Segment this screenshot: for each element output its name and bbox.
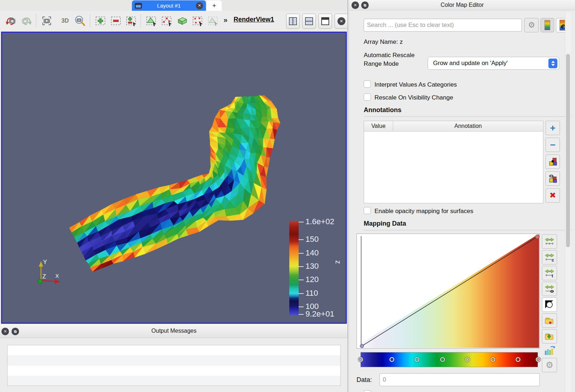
render-view[interactable]: 1.6e+021501401301201101009.2e+01 z Y Z X [1,32,347,324]
color-map-editor-panel: ✕ ⧉ Color Map Editor ⚙ e Array Name: z A… [349,0,575,392]
close-panel-icon[interactable]: ✕ [351,1,359,9]
scalar-bar-tick [299,266,304,267]
scalar-bar-tick-label: 130 [305,262,319,271]
cme-header: ✕ ⧉ Color Map Editor [349,0,575,10]
interpret-categories-checkbox[interactable] [364,80,371,88]
histogram-button[interactable] [543,344,558,357]
camera-toolbar: 3D » RenderView1 [0,11,348,32]
panel-scrollbar-thumb[interactable] [566,54,570,247]
annotations-section-title: Annotations [364,106,401,114]
color-control-point[interactable] [358,357,363,362]
advanced-options-gear-icon[interactable]: ⚙ [542,358,557,372]
data-field-label: Data: [356,376,372,384]
scalar-bar-tick-label: 140 [305,248,319,258]
add-visible-annotations-icon[interactable] [546,171,560,186]
tab-close-icon[interactable]: ✕ [196,2,203,9]
select-frustum-points-button[interactable] [191,14,204,28]
rescale-mode-value: Grow and update on 'Apply' [433,60,508,67]
subtract-selection-button[interactable] [110,14,123,28]
search-input[interactable] [364,19,522,32]
svg-text:c: c [552,258,554,262]
rescale-mode-label: Automatic Rescale Range Mode [364,51,418,68]
scalar-bar-gradient [289,221,299,315]
render-view-title[interactable]: RenderView1 [234,16,274,23]
rescale-visibility-checkbox[interactable] [364,93,371,101]
paraview-window: Layout #1 ✕ + 3D [0,0,575,392]
invert-transfer-function-button[interactable] [542,298,557,312]
capture-screenshot-button[interactable] [40,14,53,28]
toolbar-separator [36,14,37,27]
scalar-bar: 1.6e+021501401301201101009.2e+01 [286,220,346,322]
color-control-point[interactable] [440,357,445,362]
rescale-to-custom-range-button[interactable]: c [542,250,557,264]
scalar-bar-tick [299,314,304,315]
toolbar-overflow-icon[interactable]: » [224,16,227,24]
color-control-point[interactable] [390,357,394,362]
rescale-to-data-range-button[interactable] [542,234,557,249]
opacity-mapping-checkbox[interactable] [364,207,371,214]
save-preset-button[interactable] [542,329,557,343]
scalar-bar-tick [299,222,304,222]
interactive-select-cells-button[interactable] [207,14,220,28]
scalar-bar-tick-label: 1.6e+02 [305,217,334,226]
color-map-strip[interactable] [360,352,538,367]
select-cells-on-button[interactable] [145,14,158,28]
section-rule [364,116,572,117]
section-rule [364,230,572,230]
toolbar-separator [141,14,141,27]
tab-layout-1[interactable]: Layout #1 ✕ [132,0,206,11]
remove-all-annotations-button[interactable]: ✖ [546,188,560,203]
maximize-view-button[interactable] [318,14,332,29]
scalar-bar-tick [299,306,304,307]
new-layout-tab-button[interactable]: + [207,0,222,11]
svg-text:t: t [552,273,553,278]
color-control-point[interactable] [536,357,540,362]
annotations-table[interactable]: Value Annotation [364,121,543,203]
tab-layout-1-label: Layout #1 [142,3,196,9]
rescale-visibility-label: Rescale On Visibility Change [374,94,453,101]
scalar-bar-tick [299,239,304,240]
output-messages-list[interactable] [7,345,341,386]
color-control-point[interactable] [465,357,470,362]
select-frustum-cells-button[interactable] [176,14,189,28]
choose-preset-button[interactable]: ♥ [542,313,557,328]
split-vertical-button[interactable] [302,14,316,29]
zoom-to-data-button[interactable] [74,14,87,28]
add-annotation-button[interactable]: + [546,121,560,135]
close-view-button[interactable]: ✕ [335,14,348,29]
search-options-gear-icon[interactable]: ⚙ [524,18,539,32]
select-points-on-button[interactable] [160,14,173,28]
cutoff-checkbox[interactable] [364,390,371,392]
color-control-point[interactable] [415,357,419,362]
scalar-bar-tick-label: 110 [305,289,318,298]
transfer-function-editor[interactable] [356,234,540,349]
split-horizontal-button[interactable] [286,14,300,29]
axis-label-y: Y [43,259,47,265]
panel-scrollbar[interactable] [565,13,571,392]
camera-undo-button[interactable] [4,14,17,28]
data-value-input[interactable] [380,373,540,386]
toolbar-separator [90,14,91,27]
rescale-to-visible-range-button[interactable] [542,282,557,296]
add-selection-button[interactable] [94,14,107,28]
add-active-annotations-icon[interactable] [546,155,560,169]
rescale-mode-dropdown[interactable]: Grow and update on 'Apply' [428,57,559,70]
rescale-to-temporal-range-button[interactable]: t [542,266,557,280]
update-on-apply-icon[interactable] [540,18,554,32]
toggle-selection-button[interactable] [125,14,138,28]
scalar-bar-tick-label: 150 [305,235,319,244]
annotations-table-header: Value Annotation [364,121,543,132]
float-panel-icon[interactable]: ⧉ [361,1,369,9]
camera-redo-button[interactable] [20,14,33,28]
layout-tab-bar: Layout #1 ✕ + [0,0,348,11]
annotation-column-header[interactable]: Annotation [393,121,543,131]
remove-annotation-button[interactable]: − [546,138,560,152]
transfer-function-curve [357,234,539,348]
interpret-categories-label: Interpret Values As Categories [374,81,457,88]
toggle-3d-button[interactable]: 3D [59,14,72,28]
color-control-point[interactable] [491,357,495,362]
mapping-data-section-title: Mapping Data [364,220,406,227]
layout-window-icon [135,3,142,9]
color-control-point[interactable] [516,357,520,362]
value-column-header[interactable]: Value [364,121,393,131]
